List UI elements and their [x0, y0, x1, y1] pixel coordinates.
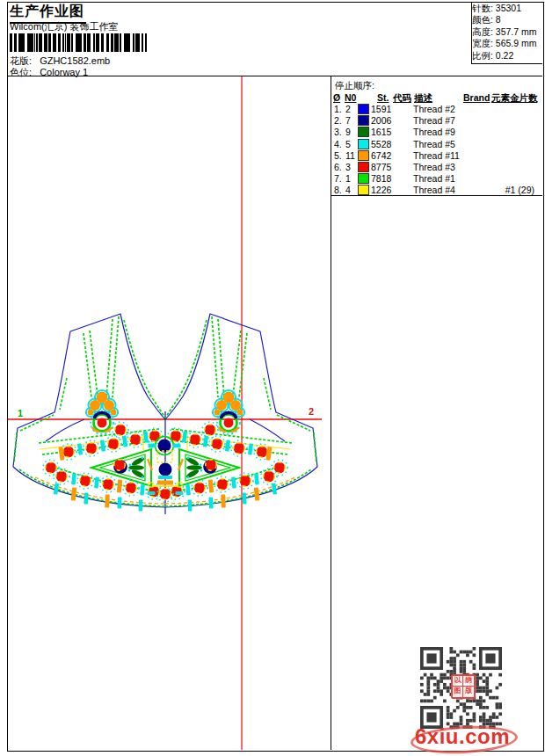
- stop-sequence-rows: 1.21591Thread #22.72006Thread #73.91615T…: [331, 104, 542, 197]
- red-dot-motif: [272, 460, 287, 476]
- info-row: 针数: 35301: [472, 3, 541, 14]
- thread-cell: 4.: [334, 139, 342, 149]
- thread-row: 7.17818Thread #1: [331, 173, 542, 185]
- red-dot-motif: [206, 460, 217, 471]
- stitch-bar: [208, 497, 213, 508]
- red-dot-motif: [113, 422, 128, 438]
- design-canvas: 12: [8, 76, 331, 750]
- stop-sequence-header: Ø N0 St. 代码 描述 Brand 元素 金片数: [331, 92, 542, 103]
- thread-cell: 5528: [371, 139, 391, 149]
- stitch-bar: [173, 444, 181, 448]
- thread-cell: Thread #1: [413, 173, 455, 184]
- col-desc: 描述: [414, 92, 432, 105]
- thread-cell: #1 (29): [505, 185, 534, 195]
- thread-cell: 6.: [334, 162, 342, 172]
- thread-color-swatch: [358, 162, 369, 172]
- pattern-value: GZHC1582.emb: [40, 55, 110, 66]
- thread-cell: 7: [345, 115, 351, 126]
- stitch-bar: [58, 447, 64, 461]
- stop-sequence-title: 停止顺序:: [335, 80, 374, 92]
- thread-row: 2.72006Thread #7: [331, 115, 542, 127]
- stitch-bar: [71, 487, 77, 500]
- thread-row: 3.91615Thread #9: [331, 127, 542, 138]
- stitch-bar: [248, 443, 253, 454]
- pattern-label: 花版:: [10, 55, 32, 66]
- thread-row: 6.38775Thread #3: [331, 162, 542, 173]
- thread-cell: Thread #9: [413, 127, 455, 137]
- thread-cell: 7.: [334, 173, 342, 184]
- red-dot-motif: [43, 460, 59, 476]
- col-needle: N0: [345, 92, 356, 103]
- stitch-bar: [54, 483, 59, 494]
- thread-cell: 4: [345, 185, 351, 195]
- stitch-bar: [105, 494, 110, 507]
- thread-cell: 3: [345, 162, 351, 172]
- thread-cell: 11: [345, 150, 355, 161]
- thread-color-swatch: [358, 150, 369, 161]
- info-row: 高度: 357.7 mm: [472, 26, 541, 38]
- thread-cell: Thread #2: [413, 104, 455, 114]
- thread-color-swatch: [358, 115, 369, 126]
- thread-cell: 6742: [371, 150, 391, 161]
- red-dot-motif: [202, 422, 218, 438]
- info-row: 颜色: 8: [472, 14, 541, 25]
- red-dot-motif: [231, 440, 247, 456]
- col-code: 代码: [393, 92, 411, 105]
- divider-info-bottom: [471, 63, 542, 64]
- studio-name: Wilcom(汇京) 装饰工作室: [10, 20, 118, 33]
- col-sequins: 金片数: [510, 92, 538, 105]
- leaf-motif: [178, 456, 202, 479]
- thread-row: 5.116742Thread #11: [331, 150, 542, 162]
- info-row: 比例: 0.22: [472, 50, 541, 62]
- stitch-bar: [242, 492, 246, 504]
- stitch-bar: [149, 444, 156, 448]
- stitch-bar: [71, 473, 76, 484]
- stamp-char: 绣: [463, 676, 474, 687]
- site-logo: 6xiu.com: [410, 720, 520, 755]
- stitch-bar: [272, 483, 277, 494]
- stitch-bar: [143, 431, 149, 442]
- col-stitches: St.: [377, 92, 389, 103]
- strap-stitching-left: [84, 316, 119, 397]
- stitch-bar: [185, 483, 191, 495]
- logo-text: 6xiu.com: [415, 724, 510, 749]
- stitch-bar: [254, 487, 260, 500]
- thread-color-swatch: [358, 185, 369, 195]
- thread-cell: 1.: [334, 104, 342, 114]
- thread-cell: 5: [345, 139, 351, 149]
- thread-cell: 1: [345, 173, 351, 184]
- stitch-bar: [158, 476, 172, 479]
- stamp-char: 以: [453, 676, 463, 687]
- red-dot-motif: [209, 436, 225, 452]
- thread-cell: 8.: [334, 185, 342, 195]
- stitch-bar: [182, 431, 187, 442]
- col-element: 元素: [491, 92, 510, 105]
- thread-cell: Thread #3: [413, 162, 455, 172]
- red-dot-motif: [77, 473, 93, 489]
- red-dot-motif: [237, 473, 253, 489]
- thread-cell: Thread #7: [413, 115, 455, 126]
- marker-start: 1: [18, 408, 23, 418]
- red-dot-motif: [127, 432, 143, 447]
- stitch-bar: [117, 497, 121, 508]
- thread-cell: 7818: [371, 173, 391, 184]
- col-brand: Brand: [463, 92, 490, 103]
- design-info-box: 针数: 35301颜色: 8高度: 357.7 mm宽度: 565.9 mm比例…: [472, 3, 541, 62]
- neckline-stitching: [124, 320, 207, 418]
- stitch-bar: [139, 499, 143, 511]
- qr-stamp: 以 绣 图 版: [451, 674, 476, 699]
- red-dot-motif: [187, 432, 203, 447]
- stamp-char: 版: [463, 687, 474, 697]
- thread-cell: 2006: [371, 115, 391, 126]
- thread-cell: Thread #11: [413, 150, 460, 161]
- thread-cell: 1615: [371, 127, 391, 137]
- thread-row: 1.21591Thread #2: [331, 104, 542, 115]
- red-dot-motif: [192, 480, 207, 496]
- col-stop: Ø: [333, 92, 340, 103]
- stitch-bar: [176, 491, 184, 495]
- thread-color-swatch: [358, 104, 369, 114]
- stitch-bar: [157, 481, 173, 485]
- stitch-bar: [117, 479, 123, 492]
- red-dot-motif: [100, 476, 116, 492]
- thread-color-swatch: [358, 127, 369, 137]
